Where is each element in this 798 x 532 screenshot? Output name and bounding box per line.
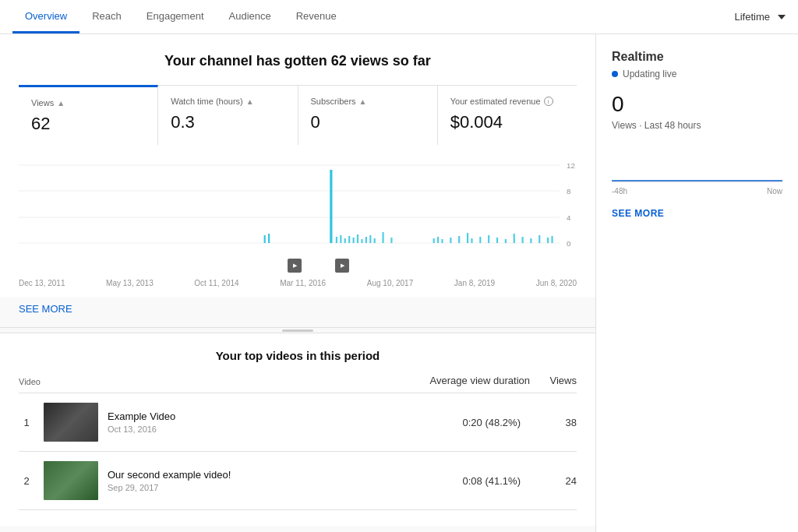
metric-label-subscribers: Subscribers ▲ (311, 97, 425, 106)
svg-rect-35 (521, 237, 523, 243)
video-marker-2[interactable] (335, 259, 349, 273)
metric-cards: Views ▲ 62 Watch time (hours) ▲ 0.3 Subs… (19, 85, 577, 145)
metric-card-revenue[interactable]: Your estimated revenue i $0.004 (438, 86, 577, 145)
svg-rect-36 (530, 238, 531, 243)
metric-label-views: Views ▲ (31, 98, 145, 107)
svg-rect-21 (382, 232, 383, 243)
chart-svg: 12 8 4 0 (19, 157, 577, 259)
chart-area: 12 8 4 0 (0, 145, 595, 297)
realtime-status: Updating live (612, 69, 782, 79)
video-row-2: 2 Our second example video! Sep 29, 2017… (19, 452, 577, 510)
metric-value-watchtime: 0.3 (171, 112, 284, 132)
chart-label-end: Now (767, 187, 782, 196)
sort-icon-views: ▲ (57, 99, 65, 107)
metric-value-views: 62 (31, 114, 145, 134)
header-video: Video (19, 377, 429, 386)
svg-rect-29 (471, 238, 472, 243)
video-avg-1: 0:20 (48.2%) (419, 417, 521, 428)
realtime-chart-labels: -48h Now (612, 187, 782, 196)
svg-text:8: 8 (567, 188, 570, 196)
svg-rect-27 (458, 236, 460, 243)
svg-text:12: 12 (567, 162, 575, 170)
svg-rect-28 (467, 233, 468, 243)
svg-rect-26 (450, 238, 451, 243)
video-title-1[interactable]: Example Video (108, 410, 410, 422)
tab-revenue[interactable]: Revenue (284, 0, 349, 33)
video-info-1: Example Video Oct 13, 2016 (108, 410, 410, 434)
x-label-4: Mar 11, 2016 (280, 279, 326, 287)
top-nav: Overview Reach Engagement Audience Reven… (0, 0, 798, 34)
main-layout: Your channel has gotten 62 views so far … (0, 34, 798, 532)
realtime-title: Realtime (612, 50, 782, 64)
metric-label-revenue: Your estimated revenue i (450, 97, 564, 106)
header-avg: Average view duration (429, 375, 530, 386)
x-label-6: Jan 8, 2019 (454, 279, 495, 287)
x-label-3: Oct 11, 2014 (194, 279, 238, 287)
svg-rect-15 (353, 238, 355, 243)
video-views-2: 24 (530, 475, 577, 487)
video-thumb-2 (44, 461, 98, 500)
section-divider (0, 327, 595, 333)
metric-card-watchtime[interactable]: Watch time (hours) ▲ 0.3 (158, 86, 298, 145)
header-views: Views (530, 375, 577, 386)
realtime-chart (612, 143, 782, 182)
metric-label-watchtime: Watch time (hours) ▲ (171, 97, 284, 106)
video-rank-2: 2 (19, 475, 34, 487)
metric-card-subscribers[interactable]: Subscribers ▲ 0 (298, 86, 438, 145)
video-views-1: 38 (530, 417, 577, 428)
video-row-1: 1 Example Video Oct 13, 2016 0:20 (48.2%… (19, 393, 577, 452)
metric-value-subscribers: 0 (311, 112, 425, 132)
svg-rect-13 (344, 238, 346, 243)
stats-section: Your channel has gotten 62 views so far … (0, 34, 595, 145)
see-more-main[interactable]: SEE MORE (0, 297, 72, 327)
svg-rect-33 (505, 239, 507, 243)
svg-rect-20 (374, 238, 376, 243)
video-title-2[interactable]: Our second example video! (108, 469, 410, 481)
chevron-down-icon (778, 15, 786, 19)
status-label: Updating live (623, 69, 676, 79)
realtime-views-count: 0 (612, 92, 782, 117)
period-label: Lifetime (734, 11, 770, 23)
info-icon-revenue[interactable]: i (544, 97, 553, 106)
svg-text:4: 4 (567, 214, 570, 222)
right-sidebar: Realtime Updating live 0 Views · Last 48… (595, 34, 798, 532)
svg-text:0: 0 (567, 240, 570, 248)
video-date-2: Sep 29, 2017 (108, 483, 410, 492)
x-label-5: Aug 10, 2017 (367, 279, 414, 287)
chart-x-labels: Dec 13, 2011 May 13, 2013 Oct 11, 2014 M… (19, 279, 577, 291)
video-thumb-1 (44, 403, 98, 442)
svg-rect-32 (496, 238, 498, 243)
status-dot (612, 71, 618, 77)
period-dropdown[interactable]: Lifetime (734, 11, 786, 23)
video-date-1: Oct 13, 2016 (108, 425, 410, 434)
svg-rect-30 (479, 237, 481, 243)
tab-audience[interactable]: Audience (217, 0, 284, 33)
x-label-2: May 13, 2013 (106, 279, 154, 287)
tab-overview[interactable]: Overview (12, 0, 79, 33)
svg-rect-16 (357, 234, 358, 243)
svg-rect-25 (441, 239, 443, 243)
svg-rect-31 (488, 235, 489, 243)
video-rank-1: 1 (19, 417, 34, 428)
left-content: Your channel has gotten 62 views so far … (0, 34, 595, 532)
video-marker-1[interactable] (288, 259, 302, 273)
tab-engagement[interactable]: Engagement (134, 0, 217, 33)
videos-table-header: Video Average view duration Views (19, 375, 577, 393)
top-videos-section: Your top videos in this period Video Ave… (0, 333, 595, 526)
sort-icon-watchtime: ▲ (246, 97, 254, 106)
svg-rect-38 (547, 238, 549, 243)
svg-rect-17 (361, 239, 362, 243)
see-more-sidebar[interactable]: SEE MORE (612, 208, 782, 219)
x-label-1: Dec 13, 2011 (19, 279, 65, 287)
svg-rect-24 (437, 237, 439, 243)
svg-rect-10 (268, 234, 270, 243)
nav-tabs: Overview Reach Engagement Audience Reven… (12, 0, 349, 33)
svg-rect-9 (264, 235, 266, 243)
svg-rect-11 (336, 237, 337, 243)
realtime-views-label: Views · Last 48 hours (612, 120, 782, 131)
channel-headline: Your channel has gotten 62 views so far (19, 53, 577, 69)
svg-rect-22 (390, 238, 392, 243)
x-label-7: Jun 8, 2020 (536, 279, 577, 287)
tab-reach[interactable]: Reach (79, 0, 134, 33)
metric-card-views[interactable]: Views ▲ 62 (19, 85, 158, 145)
